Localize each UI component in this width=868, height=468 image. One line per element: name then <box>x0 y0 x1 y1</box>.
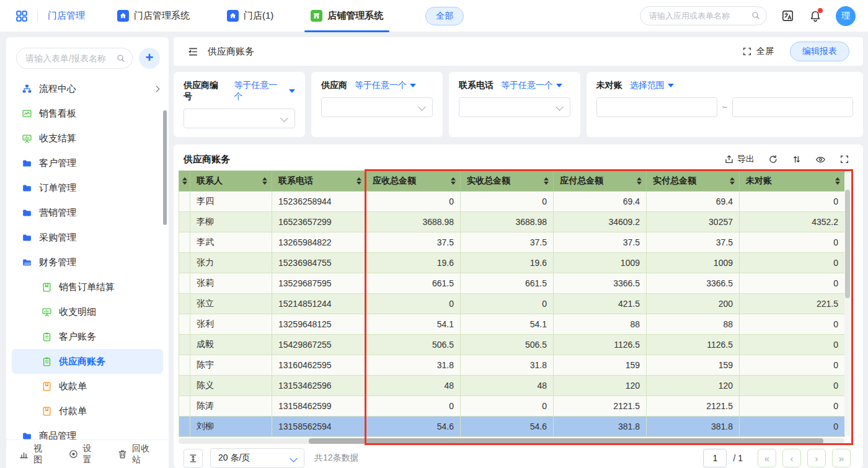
sidebar-item-收支结算[interactable]: 收支结算 <box>6 126 169 151</box>
cell: 48 <box>461 376 554 396</box>
page-size-select[interactable]: 20 条/页 <box>210 448 304 468</box>
sidebar-item-商品管理[interactable]: 商品管理 <box>6 423 169 439</box>
folder-icon <box>22 208 32 218</box>
table-row[interactable]: 李武1326598482237.537.537.537.50 <box>179 232 845 253</box>
table-row[interactable]: 张力1523698475519.619.6100910090 <box>179 253 845 273</box>
sidebar-item-财务管理[interactable]: 财务管理 <box>6 250 169 275</box>
sort-toggle-icon[interactable] <box>792 154 802 164</box>
apps-grid-icon[interactable] <box>15 9 29 23</box>
filter-condition[interactable]: 等于任意一个 <box>501 80 562 91</box>
cell: 李四 <box>190 192 272 212</box>
range-max-input[interactable] <box>732 97 853 117</box>
sidebar-search-input[interactable] <box>16 48 133 69</box>
column-header-实收总金额[interactable]: 实收总金额 <box>461 171 554 192</box>
fullscreen-icon <box>742 46 752 56</box>
filter-select[interactable] <box>184 108 295 128</box>
table-row[interactable]: 李柳165236572993688.983688.9834609.2302574… <box>179 212 845 232</box>
avatar[interactable]: 理 <box>836 6 856 26</box>
collapse-sidebar-icon[interactable] <box>187 46 199 58</box>
column-header-未对账[interactable]: 未对账 <box>740 171 845 192</box>
filter-label: 未对账 <box>596 80 622 91</box>
filter-select[interactable] <box>459 97 570 117</box>
horizontal-scrollbar[interactable] <box>179 438 844 444</box>
table-row[interactable]: 陈宇1316046259531.831.81591590 <box>179 355 845 376</box>
filter-condition-text: 选择范围 <box>630 80 665 91</box>
table-row[interactable]: 张立1521485124400421.5200221.5 <box>179 294 845 314</box>
column-visibility-eye-icon[interactable] <box>815 154 826 165</box>
sidebar-item-label: 商品管理 <box>39 430 76 440</box>
vertical-scrollbar[interactable] <box>844 170 851 436</box>
sidebar-item-客户管理[interactable]: 客户管理 <box>6 151 169 175</box>
sidebar-item-销售订单结算[interactable]: 销售订单结算 <box>6 275 169 299</box>
sidebar-item-付款单[interactable]: 付款单 <box>6 399 169 423</box>
filter-condition[interactable]: 选择范围 <box>630 80 674 91</box>
column-header-应付总金额[interactable]: 应付总金额 <box>554 171 647 192</box>
cell: 37.5 <box>647 232 740 253</box>
sort-up-arrow <box>544 175 549 180</box>
page-number-input[interactable] <box>703 449 727 467</box>
fullscreen-button[interactable]: 全屏 <box>742 46 774 57</box>
global-search-input[interactable] <box>640 6 767 25</box>
table-row[interactable]: 张莉13529687595661.5661.53366.53366.50 <box>179 273 845 294</box>
tab-门店(1)[interactable]: 门店(1) <box>223 0 277 32</box>
sidebar-item-流程中心[interactable]: 流程中心 <box>6 76 169 101</box>
sidebar-item-收支明细[interactable]: 收支明细 <box>6 299 169 324</box>
stub-cell <box>179 294 190 314</box>
sidebar-item-收款单[interactable]: 收款单 <box>6 374 169 399</box>
sidebar-scrollbar[interactable] <box>163 110 167 225</box>
sidebar-item-营销管理[interactable]: 营销管理 <box>6 200 169 225</box>
table-row[interactable]: 张利1325964812554.154.188880 <box>179 314 845 335</box>
sidebar-item-采购管理[interactable]: 采购管理 <box>6 225 169 250</box>
column-header-实付总金额[interactable]: 实付总金额 <box>647 171 740 192</box>
table-row[interactable]: 陈义1315346259648481201200 <box>179 376 845 396</box>
column-header-联系人[interactable]: 联系人 <box>190 171 272 192</box>
cell: 0 <box>740 232 845 253</box>
table-row[interactable]: 陈涛13158462599002121.52121.50 <box>179 396 845 417</box>
sort-icon <box>182 175 187 187</box>
expand-rows-button[interactable] <box>184 449 203 468</box>
next-page-button[interactable]: › <box>807 449 826 467</box>
notification-bell-icon[interactable] <box>808 9 822 23</box>
tab-店铺管理系统[interactable]: 店铺管理系统 <box>307 0 387 32</box>
clipboard-icon <box>42 356 52 367</box>
filter-condition[interactable]: 等于任意一个 <box>355 80 416 91</box>
table-row[interactable]: 刘柳1315856259454.654.6381.8381.80 <box>179 417 845 437</box>
sidebar-footer-视图[interactable]: 视图 <box>19 443 50 466</box>
filter-condition[interactable]: 等于任意一个 <box>234 80 295 102</box>
filter-select[interactable] <box>321 97 433 117</box>
supplier-accounts-table: 联系人联系电话应收总金额实收总金额应付总金额实付总金额未对账 李四1523625… <box>179 170 845 437</box>
last-page-button[interactable]: » <box>832 449 851 467</box>
table-fullscreen-icon[interactable] <box>839 154 849 164</box>
sidebar-footer-回收站[interactable]: 回收站 <box>117 443 156 466</box>
column-header-stub[interactable] <box>179 171 190 192</box>
range-min-input[interactable] <box>596 97 717 117</box>
sidebar-item-供应商账务[interactable]: 供应商账务 <box>12 349 163 374</box>
sidebar-item-客户账务[interactable]: 客户账务 <box>6 324 169 349</box>
add-form-button[interactable]: + <box>139 48 160 69</box>
sidebar-item-label: 客户管理 <box>39 157 76 169</box>
edit-report-button[interactable]: 编辑报表 <box>790 42 849 61</box>
prev-page-button[interactable]: ‹ <box>782 449 801 467</box>
export-label: 导出 <box>737 154 755 165</box>
translate-icon[interactable] <box>781 9 795 23</box>
column-header-应收总金额[interactable]: 应收总金额 <box>366 171 461 192</box>
table-row[interactable]: 李四152362589440069.469.40 <box>179 192 845 212</box>
cell: 1126.5 <box>554 335 647 355</box>
sidebar-footer-设置[interactable]: 设置 <box>68 443 99 466</box>
tab-门店管理系统[interactable]: 门店管理系统 <box>113 0 193 32</box>
cell: 54.6 <box>461 417 554 437</box>
table-row[interactable]: 成毅15429867255506.5506.51126.51126.50 <box>179 335 845 355</box>
sidebar-item-label: 营销管理 <box>39 207 76 219</box>
footer-label: 视图 <box>33 443 50 466</box>
workspace-title[interactable]: 门店管理 <box>48 10 85 22</box>
first-page-button[interactable]: « <box>758 449 776 467</box>
tab-label: 店铺管理系统 <box>327 10 383 22</box>
all-apps-badge[interactable]: 全部 <box>425 7 464 25</box>
sidebar-item-销售看板[interactable]: 销售看板 <box>6 101 169 126</box>
sidebar-item-label: 流程中心 <box>39 83 76 95</box>
filter-head: 供应商编号等于任意一个 <box>184 80 295 102</box>
sidebar-item-订单管理[interactable]: 订单管理 <box>6 175 169 200</box>
refresh-icon[interactable] <box>768 154 778 164</box>
column-header-联系电话[interactable]: 联系电话 <box>272 171 366 192</box>
export-button[interactable]: 导出 <box>724 154 755 165</box>
